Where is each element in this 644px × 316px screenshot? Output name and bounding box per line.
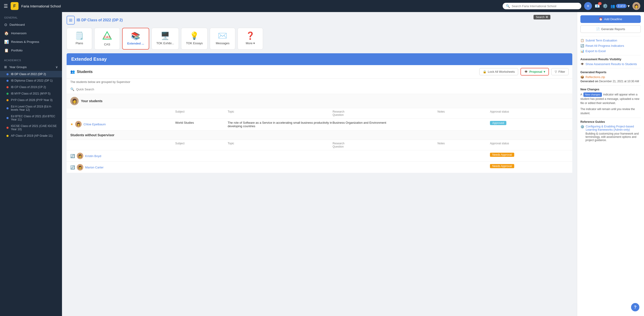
ref-link-1-label: Configuring & Enabling Project-based Lea… [586,125,641,131]
class-item-ap[interactable]: AP Class of 2019 (AP Grade 11) [0,132,62,139]
plans-icon: 🗒️ [75,31,84,40]
col-notes2-header: Notes [438,142,490,148]
student-link-marion[interactable]: Marion Carter [85,166,104,169]
reference-guides-title: Reference Guides [580,120,641,123]
year-groups-label: Year Groups [9,65,26,69]
show-results-link[interactable]: 👁️ Show Assessment Results to Students [580,62,641,66]
supervisor-section: 👩 Your students [66,94,572,108]
class-item-dp1[interactable]: IB Diploma Class of 2022 (DP 1) [0,77,62,84]
status-cell-chloe: Approved [490,121,568,125]
new-changes-body: A New changes indicator will appear when… [580,92,641,105]
reset-progress-link[interactable]: 🔄 Reset All Progress Indicators [580,44,641,48]
class-header-title: IB DP Class of 2022 (DP 2) [76,18,123,22]
generated-reports-title: Generated Reports [580,71,641,74]
class-item-pyp3[interactable]: PYP Class of 2028 (PYP Year 3) [0,97,62,103]
class-label-dp1: IB Diploma Class of 2022 (DP 1) [11,79,52,82]
col-research-header: ResearchQuestion [333,110,438,116]
tok-essays-label: TOK Essays [186,42,203,45]
general-section-label: General [0,12,62,20]
class-item-ed-alevel[interactable]: Ed A Level Class of 2019 (Ed A-levels Ye… [0,103,62,113]
eye2-icon: 👁️ [580,62,584,66]
sidebar-item-dashboard[interactable]: ⊙ Dashboard [0,20,62,29]
class-item-igcse[interactable]: IGCSE Class of 2021 (CAIE IGCSE Year 10) [0,123,62,132]
quick-search-input[interactable] [76,88,115,91]
generated-label: Generated on [580,80,598,83]
students-label: Students [77,70,92,74]
clock-icon: ⏰ [599,17,602,21]
user-switcher[interactable]: 👥 3 of 4 ▾ [610,4,630,9]
avatar-chloe: 👩 [75,121,82,127]
nav-card-plans[interactable]: 🗒️ Plans [66,28,92,50]
ref-link-1[interactable]: ⚙️ Configuring & Enabling Project-based … [580,125,641,131]
dot-ap [6,135,8,137]
approved-badge-chloe: Approved [490,121,506,125]
avatar-kristin: 👩 [77,153,83,159]
submit-term-link[interactable]: 📋 Submit Term Evaluation [580,39,641,42]
tok-exhibit-icon: 🖥️ [160,31,170,40]
col-topic2-header: Topic [228,142,332,148]
student-link-kristin[interactable]: Kristin Boyd [85,154,101,158]
proposal-dropdown-button[interactable]: 👁️ Proposal ▾ [520,68,549,76]
help-button[interactable]: ? [631,303,639,311]
user-count-badge: 3 of 4 [616,4,627,8]
eye-icon: 👁️ [524,70,528,73]
search-bar[interactable]: 🔍 [503,3,581,9]
search-input[interactable] [512,5,567,8]
filter-icon: ▽ [555,70,557,73]
school-name: Faria International School [21,4,61,8]
settings-button[interactable]: ⚙️ [602,4,608,9]
topic-cell-chloe: The role of Software as a Service in acc… [228,121,332,128]
status-kristin: Needs Approval [490,153,568,156]
excel-icon: 📊 [580,49,584,53]
add-deadline-label: Add Deadline [604,17,622,21]
add-button[interactable]: + [584,2,592,10]
user-avatar[interactable]: 👩 [632,2,640,10]
dot-cp2 [6,86,8,88]
col-name2-header [70,142,175,148]
mail-button[interactable]: 📧 1 [595,4,600,9]
add-deadline-button[interactable]: ⏰ Add Deadline [580,15,641,23]
subject-cell-chloe: World Studies [175,121,228,124]
dot-dp2 [6,73,8,75]
assessment-visibility-title: Assessment Results Visibility [580,58,641,61]
academics-section-label: Academics [0,55,62,63]
class-item-cp2[interactable]: IB CP Class of 2019 (CP 2) [0,84,62,90]
student-link-chloe[interactable]: Chloe Epelbaum [84,122,106,126]
nav-card-messages[interactable]: ✉️ Messages [210,28,235,50]
sidebar-item-homeroom[interactable]: 🏠 Homeroom [0,29,62,38]
nav-card-tok-essays[interactable]: 💡 TOK Essays [181,28,208,50]
search-tooltip: Search ⌘ [534,15,550,20]
generated-date-value: December 21, 2021 at 10:30 AM [599,80,639,83]
filter-button[interactable]: ▽ Filter [551,68,568,75]
chevron-icon: ∨ [56,65,58,69]
quick-search-bar[interactable]: 🔍 [66,85,572,94]
sidebar-item-portfolio[interactable]: 📋 Portfolio [0,46,62,55]
students-title: 👥 Students [70,70,92,74]
right-panel: ⏰ Add Deadline 📄 Generate Reports 📋 Subm… [577,12,644,316]
status-marion: Needs Approval [490,164,568,168]
year-groups-toggle[interactable]: ⊞ Year Groups ∨ [0,63,62,71]
sidebar-dashboard-label: Dashboard [10,23,25,26]
export-excel-link[interactable]: 📊 Export to Excel [580,49,641,53]
reflections-file-link[interactable]: 📦 Reflections.zip [580,75,641,79]
hamburger-menu[interactable]: ☰ [4,3,8,9]
nav-card-more[interactable]: ❓ More ▾ [238,28,263,50]
lock-worksheets-button[interactable]: 🔒 Lock All Worksheets [479,68,518,75]
nav-card-cas[interactable]: CAS CAS [94,28,120,50]
action-group: 🔒 Lock All Worksheets 👁️ Proposal ▾ ▽ [479,68,568,76]
proposal-label: Proposal [529,70,542,73]
generate-reports-button[interactable]: 📄 Generate Reports [580,25,641,33]
nav-card-extended[interactable]: 📚 Extended ... [122,28,149,50]
portfolio-icon: 📋 [4,48,9,53]
table-section: 👥 Students 🔒 Lock All Worksheets 👁️ [66,65,572,173]
proposal-chevron-icon: ▾ [544,70,545,73]
tok-essays-icon: 💡 [190,31,199,40]
students-bar: 👥 Students 🔒 Lock All Worksheets 👁️ [66,65,572,79]
student-name-cell-marion: 🔄 👩 Marion Carter [70,164,175,171]
class-item-btec[interactable]: Ed BTEC Class of 2021 (Ed BTEC Year 11) [0,113,62,123]
class-item-myp5[interactable]: IB MYP Class of 2021 (MYP 5) [0,90,62,97]
generated-date: Generated on December 21, 2021 at 10:30 … [580,80,641,83]
class-item-dp2[interactable]: IB DP Class of 2022 (DP 2) [0,71,62,77]
nav-card-tok-exhibit[interactable]: 🖥️ TOK Exhibi... [152,28,179,50]
sidebar-item-reviews[interactable]: 📊 Reviews & Progress [0,38,62,46]
